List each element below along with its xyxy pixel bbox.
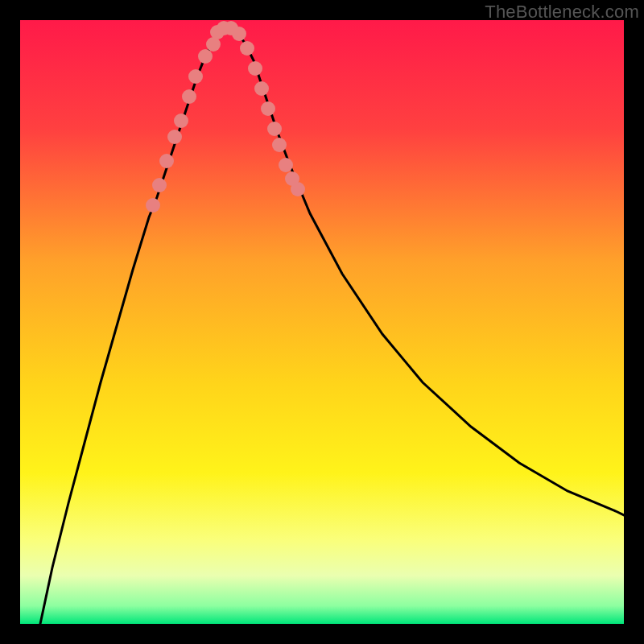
data-marker [291,182,305,196]
data-marker [272,138,287,152]
watermark-text: TheBottleneck.com [485,2,639,23]
data-marker [167,130,182,144]
chart-frame: TheBottleneck.com [0,0,644,644]
data-marker [146,198,160,213]
data-marker [279,158,293,172]
curve-right-curve [229,28,624,515]
curve-left-curve [40,28,229,624]
data-marker [261,101,275,116]
data-marker [182,89,196,104]
data-marker [159,154,174,168]
data-marker [254,81,269,96]
data-marker [152,178,167,192]
data-marker [174,114,188,128]
curve-layer [20,20,624,624]
data-marker [188,69,203,84]
data-marker [198,49,213,64]
data-marker [267,122,282,136]
plot-area [20,20,624,624]
data-marker [232,27,246,41]
data-marker [248,61,262,76]
data-marker [240,41,254,56]
